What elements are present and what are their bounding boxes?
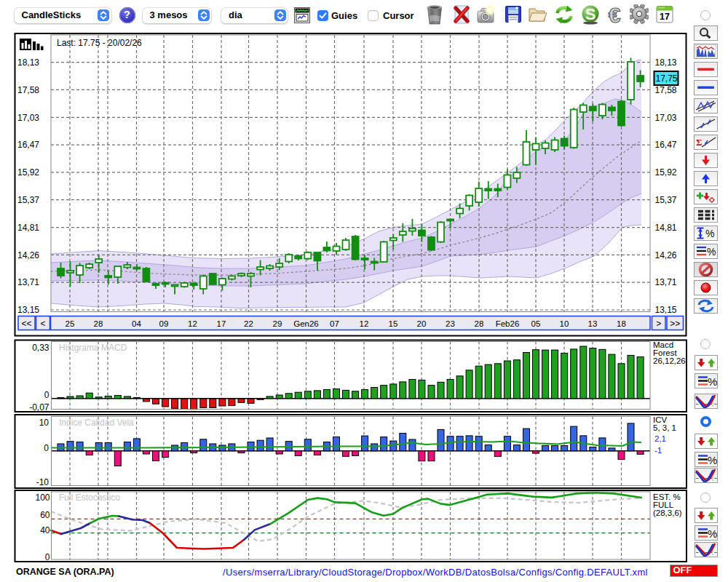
svg-text:25: 25 [66, 319, 75, 328]
svg-text:12: 12 [188, 319, 197, 328]
svg-text:0: 0 [45, 552, 50, 562]
svg-text:16,47: 16,47 [17, 140, 39, 150]
svg-text:60: 60 [40, 510, 50, 520]
svg-text:07: 07 [330, 319, 339, 328]
svg-text:13,71: 13,71 [655, 277, 677, 287]
svg-text:17: 17 [660, 12, 670, 22]
svg-text:>: > [656, 319, 661, 329]
svg-text:10: 10 [560, 319, 569, 328]
svg-text:%: % [705, 228, 714, 239]
svg-text:0,33: 0,33 [32, 343, 50, 353]
svg-text:5, 3, 1: 5, 3, 1 [653, 423, 676, 432]
svg-text:%: % [708, 375, 717, 388]
svg-text:Histgrama MACD: Histgrama MACD [59, 343, 127, 353]
svg-text:-10: -10 [36, 477, 50, 487]
svg-text:18: 18 [617, 319, 626, 328]
svg-text:0: 0 [44, 390, 50, 400]
svg-text:12: 12 [360, 319, 369, 328]
svg-text:29: 29 [273, 319, 282, 328]
svg-text:13: 13 [588, 319, 598, 328]
svg-text:20: 20 [417, 319, 427, 328]
svg-text:14,26: 14,26 [17, 250, 39, 260]
svg-text:-1: -1 [654, 446, 662, 455]
svg-text:18,13: 18,13 [17, 57, 39, 68]
svg-text:S: S [585, 5, 596, 23]
svg-text:13,71: 13,71 [17, 277, 39, 287]
svg-text:09: 09 [159, 319, 169, 328]
svg-text:-0,07: -0,07 [29, 402, 50, 412]
svg-text:40: 40 [40, 525, 50, 535]
svg-text:15: 15 [389, 319, 398, 328]
svg-text:14,81: 14,81 [655, 223, 677, 233]
svg-text:15,92: 15,92 [17, 167, 39, 178]
svg-text:13,15: 13,15 [17, 305, 39, 315]
svg-text:28: 28 [94, 319, 103, 328]
svg-text:15,92: 15,92 [655, 167, 677, 178]
svg-text:15,37: 15,37 [655, 195, 677, 205]
svg-text:17: 17 [217, 319, 226, 328]
svg-text:100: 100 [35, 493, 50, 503]
svg-text:17,58: 17,58 [17, 85, 39, 95]
svg-text:Last: 17.75 - 20/02/26: Last: 17.75 - 20/02/26 [57, 38, 142, 48]
svg-text:28: 28 [475, 319, 484, 328]
svg-text:Σ: Σ [696, 137, 703, 148]
svg-text:05: 05 [531, 319, 541, 328]
svg-text:Gen26: Gen26 [293, 319, 319, 328]
svg-text:26,12,26: 26,12,26 [653, 356, 686, 365]
svg-text:Full Estocastico: Full Estocastico [59, 493, 120, 503]
svg-text:%: % [707, 246, 716, 258]
svg-text:10: 10 [39, 418, 50, 428]
svg-text:22: 22 [244, 319, 253, 328]
svg-text:13,15: 13,15 [655, 305, 677, 315]
svg-text:04: 04 [132, 319, 141, 328]
svg-text:16,47: 16,47 [655, 140, 677, 150]
svg-text:<<: << [21, 319, 31, 329]
svg-text:Feb26: Feb26 [496, 319, 520, 328]
svg-text:%: % [708, 453, 717, 466]
svg-text:23: 23 [446, 319, 455, 328]
svg-text:%: % [708, 527, 717, 539]
svg-text:0: 0 [44, 443, 49, 453]
svg-text:(28,3,6): (28,3,6) [653, 509, 682, 517]
svg-text:15,37: 15,37 [17, 195, 39, 205]
svg-text:18,13: 18,13 [655, 57, 677, 68]
svg-text:17,58: 17,58 [655, 85, 677, 95]
svg-text:<: < [40, 319, 45, 329]
svg-text:14,81: 14,81 [17, 223, 39, 233]
svg-text:Indice Calidad Vela: Indice Calidad Vela [59, 418, 134, 428]
svg-text:>>: >> [670, 319, 680, 329]
svg-text:17,75: 17,75 [656, 73, 678, 84]
svg-text:14,26: 14,26 [655, 250, 677, 260]
svg-text:17,03: 17,03 [17, 113, 39, 123]
svg-text:2,1: 2,1 [654, 434, 666, 443]
svg-text:€: € [609, 4, 621, 25]
svg-text:17,03: 17,03 [655, 113, 677, 123]
